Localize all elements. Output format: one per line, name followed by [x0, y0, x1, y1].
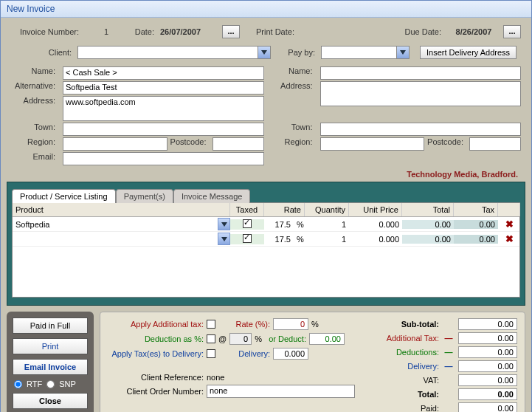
tax-cell: 0.00 — [454, 220, 498, 229]
subtotal-value: 0.00 — [458, 318, 517, 330]
print-button[interactable]: Print — [13, 338, 88, 354]
qty-cell[interactable]: 1 — [305, 235, 349, 244]
town-label: Town: — [11, 123, 58, 136]
col-taxed: Taxed — [230, 203, 264, 216]
delivery-total-label: Delivery: — [370, 362, 439, 371]
product-dropdown-button[interactable] — [218, 218, 230, 230]
delete-row-button[interactable]: ✖ — [498, 219, 519, 230]
invoice-number-label: Invoice Number: — [11, 27, 82, 36]
addtax-label: Additional Tax: — [370, 334, 439, 343]
date-value: 26/07/2007 — [160, 27, 219, 36]
taxed-cell[interactable] — [230, 219, 264, 230]
format-radio-group: RTF SNP — [13, 380, 88, 388]
address-field[interactable]: www.softpedia.com — [63, 96, 264, 121]
postcode2-label: Postcode: — [427, 137, 466, 151]
name2-label: Name: — [269, 66, 316, 80]
client-label: Client: — [11, 48, 75, 57]
alternative-label: Alternative: — [11, 81, 58, 95]
tab-invoice-message[interactable]: Invoice Message — [173, 189, 251, 203]
total-cell: 0.00 — [402, 220, 454, 229]
paid-value: 0.00 — [458, 402, 517, 412]
product-cell[interactable]: Softpedia — [13, 220, 218, 229]
deduction-pct-checkbox[interactable] — [207, 334, 215, 343]
rtf-radio[interactable] — [14, 380, 22, 388]
chevron-down-icon — [396, 47, 409, 58]
address2-label: Address: — [269, 81, 316, 95]
client-reference-label: Client Reference: — [108, 373, 204, 382]
paid-in-full-button[interactable]: Paid in Full — [13, 317, 88, 334]
region2-label: Region: — [269, 137, 316, 151]
client-order-field[interactable]: none — [207, 385, 355, 398]
date-picker-button[interactable]: ... — [222, 25, 240, 38]
apply-tax-delivery-label: Apply Tax(es) to Delivery: — [108, 349, 204, 358]
delivery-address-field[interactable] — [320, 81, 522, 106]
total-cell: 0.00 — [402, 235, 454, 244]
col-total: Total — [402, 203, 454, 216]
delivery-total-value: 0.00 — [458, 360, 517, 372]
delivery-name-field[interactable] — [320, 66, 522, 80]
date-label: Date: — [131, 27, 157, 36]
alternative-field[interactable]: Softpedia Test — [63, 81, 264, 95]
table-row: Softpedia 17.5 % 1 0.000 0.00 0.00 ✖ — [13, 217, 519, 232]
rate-pct-value[interactable]: 0 — [273, 318, 308, 330]
product-dropdown-button[interactable] — [218, 233, 230, 245]
rate-cell[interactable]: 17.5 — [264, 235, 294, 244]
window-title: New Invoice — [1, 1, 531, 18]
deductions-value: 0.00 — [458, 346, 517, 358]
rate-pct-label: Rate (%): — [218, 320, 270, 329]
delivery-label: Delivery: — [218, 349, 270, 358]
email-invoice-button[interactable]: Email Invoice — [13, 359, 88, 375]
pay-by-dropdown[interactable] — [321, 46, 410, 59]
snp-radio[interactable] — [46, 380, 55, 388]
name-label: Name: — [11, 66, 58, 80]
insert-delivery-address-button[interactable]: Insert Delivery Address — [420, 46, 517, 59]
name-field[interactable]: < Cash Sale > — [63, 66, 264, 80]
town2-label: Town: — [269, 123, 316, 136]
qty-cell[interactable]: 1 — [305, 220, 349, 229]
grid-body: Softpedia 17.5 % 1 0.000 0.00 0.00 ✖ — [13, 217, 519, 297]
unit-cell[interactable]: 0.000 — [349, 220, 402, 229]
unit-cell[interactable]: 0.000 — [349, 235, 402, 244]
paid-label: Paid: — [370, 404, 439, 412]
subtotal-label: Sub-total: — [370, 320, 439, 329]
address-label: Address: — [11, 96, 58, 112]
delete-row-button[interactable]: ✖ — [498, 233, 519, 244]
tab-product-listing[interactable]: Product / Service Listing — [12, 189, 116, 203]
delivery-town-field[interactable] — [320, 123, 522, 136]
deduction-pct-value[interactable]: 0 — [229, 333, 252, 345]
addtax-value: 0.00 — [458, 332, 517, 344]
tab-payments[interactable]: Payment(s) — [116, 189, 173, 203]
or-deduct-label: or Deduct: — [265, 334, 306, 343]
region-field[interactable] — [63, 137, 167, 151]
postcode-label: Postcode: — [170, 137, 210, 151]
col-rate: Rate — [264, 203, 305, 216]
col-tax: Tax — [454, 203, 498, 216]
tax-cell: 0.00 — [454, 235, 498, 244]
apply-tax-delivery-checkbox[interactable] — [207, 349, 215, 358]
rate-cell[interactable]: 17.5 — [264, 220, 294, 229]
region-label: Region: — [11, 137, 58, 151]
col-product: Product — [13, 203, 230, 216]
client-dropdown[interactable] — [77, 46, 271, 59]
client-reference-value: none — [207, 373, 224, 382]
delivery-postcode-field[interactable] — [469, 137, 521, 151]
town-field[interactable] — [63, 123, 264, 136]
apply-additional-tax-checkbox[interactable] — [207, 320, 215, 329]
total-label: Total: — [370, 390, 439, 399]
close-button[interactable]: Close — [13, 393, 88, 409]
col-unit-price: Unit Price — [349, 203, 402, 216]
due-date-picker-button[interactable]: ... — [503, 25, 521, 38]
delivery-value[interactable]: 0.000 — [273, 348, 308, 360]
email-field[interactable] — [63, 152, 264, 165]
print-date-label: Print Date: — [256, 27, 297, 36]
col-quantity: Quantity — [305, 203, 349, 216]
company-tagline: Technology Media, Bradford. — [7, 168, 525, 180]
deductions-label: Deductions: — [370, 348, 439, 357]
postcode-field[interactable] — [213, 137, 264, 151]
or-deduct-value[interactable]: 0.00 — [309, 333, 345, 345]
delivery-region-field[interactable] — [320, 137, 425, 151]
taxed-cell[interactable] — [230, 234, 264, 244]
table-row: 17.5 % 1 0.000 0.00 0.00 ✖ — [13, 232, 519, 247]
vat-label: VAT: — [370, 376, 439, 385]
vat-value: 0.00 — [458, 374, 517, 386]
